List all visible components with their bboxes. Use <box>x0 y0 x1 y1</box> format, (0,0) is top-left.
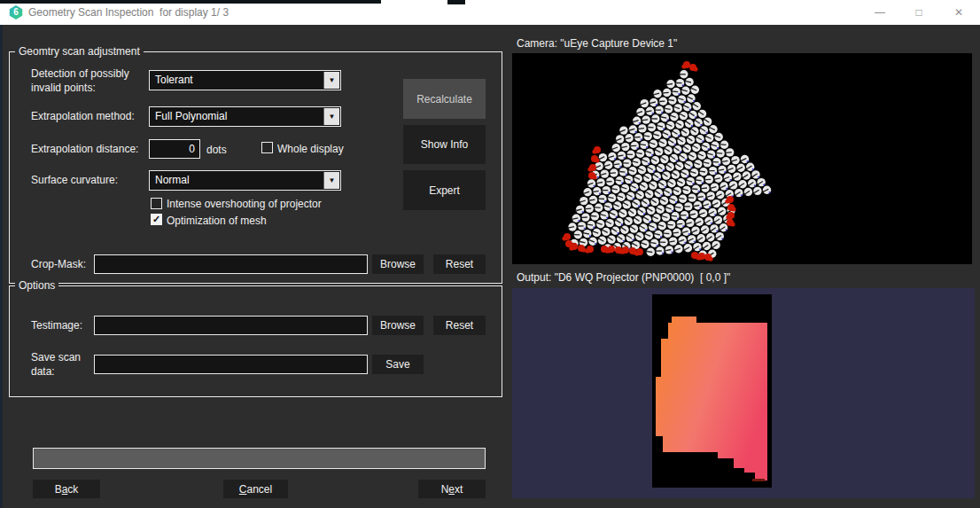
camera-preview <box>512 53 972 264</box>
whole-display-checkbox[interactable] <box>261 142 273 153</box>
save-scan-data-save-button[interactable]: Save <box>372 355 424 374</box>
output-shape-svg <box>652 294 772 488</box>
chevron-down-icon: ▼ <box>324 72 339 89</box>
detection-value: Tolerant <box>155 74 193 86</box>
intense-overshooting-label: Intense overshooting of projector <box>167 198 322 212</box>
extrapolation-method-dropdown-arrow-button[interactable]: ▼ <box>323 108 339 125</box>
close-button[interactable]: ✕ <box>939 0 978 25</box>
save-scan-data-label: Save scan data: <box>31 351 89 379</box>
cancel-button[interactable]: Cancel <box>223 480 288 498</box>
mesh-optimization-label: Optimization of mesh <box>167 215 267 229</box>
extrapolation-method-label: Extrapolation method: <box>31 110 135 124</box>
surface-curvature-dropdown[interactable]: Normal ▼ <box>149 170 341 191</box>
detection-label: Detection of possibly invalid points: <box>31 67 150 95</box>
save-scan-data-input[interactable] <box>94 355 368 374</box>
check-icon: ✓ <box>152 215 161 224</box>
extrapolation-distance-input[interactable] <box>149 139 200 159</box>
output-panel-label: Output: "D6 WQ Projector (PNP0000) [ 0,0… <box>517 271 730 285</box>
surface-curvature-value: Normal <box>155 174 190 186</box>
testimage-input[interactable] <box>94 316 368 335</box>
testimage-browse-button[interactable]: Browse <box>372 316 424 335</box>
projector-frame <box>652 294 772 488</box>
testimage-label: Testimage: <box>31 319 82 333</box>
camera-panel-label: Camera: "uEye Capture Device 1" <box>517 37 677 51</box>
camera-scan-svg <box>512 53 972 264</box>
extrapolation-distance-label: Extrapolation distance: <box>31 143 138 157</box>
mesh-optimization-checkbox[interactable]: ✓ <box>151 214 162 225</box>
extrapolation-method-dropdown[interactable]: Full Polynomial ▼ <box>149 106 341 127</box>
back-button[interactable]: Back <box>33 480 100 498</box>
crop-mask-input[interactable] <box>94 254 368 274</box>
maximize-button[interactable]: □ <box>899 0 938 25</box>
intense-overshooting-checkbox[interactable] <box>151 198 162 209</box>
show-info-button[interactable]: Show Info <box>403 125 486 164</box>
crop-mask-label: Crop-Mask: <box>31 258 86 272</box>
whole-display-label: Whole display <box>277 143 344 157</box>
background-window-edge <box>447 0 465 4</box>
extrapolation-method-value: Full Polynomial <box>155 110 227 122</box>
testimage-reset-button[interactable]: Reset <box>433 316 486 335</box>
crop-mask-reset-button[interactable]: Reset <box>433 254 486 274</box>
geometry-scan-window: 6 Geometry Scan Inspection for display 1… <box>0 0 980 508</box>
detection-dropdown-arrow-button[interactable]: ▼ <box>323 72 339 89</box>
surface-curvature-dropdown-arrow-button[interactable]: ▼ <box>323 172 339 189</box>
crop-mask-browse-button[interactable]: Browse <box>372 254 424 274</box>
dots-unit-label: dots <box>206 144 227 158</box>
output-preview <box>512 288 975 498</box>
chevron-down-icon: ▼ <box>324 172 339 189</box>
minimize-button[interactable]: — <box>860 0 899 25</box>
next-button[interactable]: Next <box>418 480 486 498</box>
app-icon: 6 <box>9 5 23 20</box>
title-bar: 6 Geometry Scan Inspection for display 1… <box>0 0 980 25</box>
detection-dropdown[interactable]: Tolerant ▼ <box>149 70 341 90</box>
progress-bar <box>33 448 486 469</box>
recalculate-button[interactable]: Recalculate <box>403 79 486 119</box>
maximize-icon: □ <box>915 6 922 19</box>
background-window-edge <box>0 25 3 508</box>
adjustment-group-title: Geomtry scan adjustment <box>15 45 144 58</box>
surface-curvature-label: Surface curvature: <box>31 174 118 188</box>
app-badge-text: 6 <box>13 7 19 17</box>
options-group-title: Options <box>15 279 58 292</box>
close-icon: ✕ <box>954 6 963 19</box>
chevron-down-icon: ▼ <box>324 108 339 125</box>
expert-button[interactable]: Expert <box>403 170 486 210</box>
window-title: Geometry Scan Inspection for display 1/ … <box>28 6 229 19</box>
minimize-icon: — <box>875 6 885 19</box>
options-group: Options <box>9 285 502 397</box>
background-window-edge <box>0 0 381 4</box>
